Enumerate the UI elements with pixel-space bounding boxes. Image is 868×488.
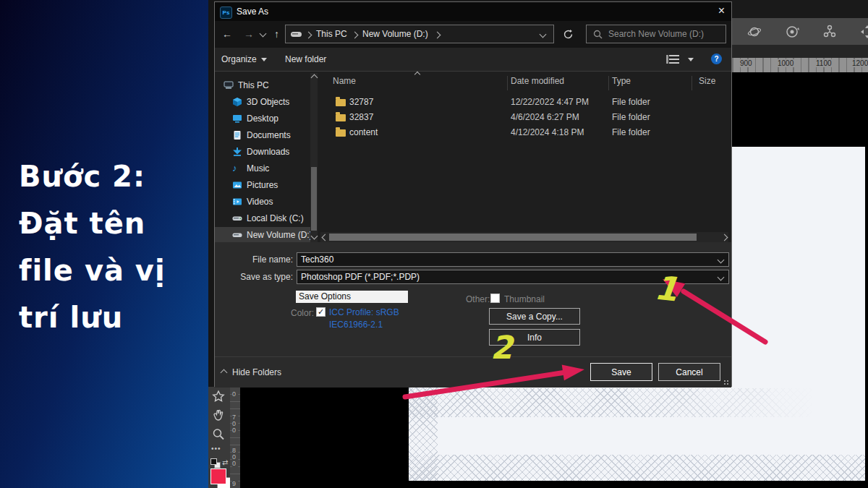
- sidebar-item-documents[interactable]: Documents: [215, 127, 310, 144]
- custom-shape-tool-icon[interactable]: [211, 390, 226, 404]
- sidebar-item-videos[interactable]: Videos: [215, 194, 310, 210]
- thumbnail-checkbox[interactable]: [490, 294, 500, 303]
- foreground-color-swatch[interactable]: [210, 468, 226, 484]
- cancel-button[interactable]: Cancel: [658, 363, 720, 381]
- dialog-titlebar[interactable]: Ps Save As ×: [215, 2, 731, 21]
- refresh-icon[interactable]: [563, 29, 574, 40]
- sidebar-item-new-volume-d[interactable]: New Volume (D:): [215, 227, 310, 244]
- address-bar[interactable]: This PC New Volume (D:): [285, 25, 554, 43]
- hide-folders-button[interactable]: Hide Folders: [232, 367, 281, 377]
- default-colors-icon[interactable]: [210, 458, 219, 467]
- forward-button[interactable]: →: [244, 28, 254, 40]
- file-type: File folder: [612, 97, 650, 107]
- sidebar-label: This PC: [238, 80, 269, 90]
- sidebar-label: Local Disk (C:): [247, 213, 304, 223]
- icc-profile-checkbox[interactable]: ✓: [316, 307, 326, 317]
- thumbnail-label: Thumbnail: [504, 294, 545, 304]
- breadcrumb-chevron-icon: [352, 32, 359, 39]
- file-type: File folder: [612, 127, 650, 137]
- ps-edge-sliver: [208, 0, 214, 387]
- step-line: file và vị: [19, 247, 166, 294]
- file-row[interactable]: 32787 12/22/2022 4:47 PM File folder: [319, 95, 733, 110]
- help-icon[interactable]: ?: [711, 53, 722, 64]
- roll-3d-icon[interactable]: [784, 24, 800, 40]
- column-header-name[interactable]: Name: [333, 76, 356, 86]
- transparency-hatch-top: [409, 388, 814, 417]
- breadcrumb-this-pc[interactable]: This PC: [316, 29, 347, 39]
- sidebar-item-this-pc[interactable]: This PC: [215, 77, 310, 94]
- drive-icon: [291, 31, 302, 38]
- combo-chevron-icon[interactable]: [718, 257, 725, 264]
- close-icon[interactable]: ×: [718, 4, 725, 17]
- ruler-tick-label: 700: [232, 414, 238, 434]
- file-date: 4/6/2024 6:27 PM: [511, 112, 579, 122]
- pan-3d-icon[interactable]: [822, 24, 838, 40]
- up-button[interactable]: ↑: [274, 28, 279, 40]
- new-folder-button[interactable]: New folder: [285, 54, 326, 64]
- file-row[interactable]: 32837 4/6/2024 6:27 PM File folder: [319, 110, 733, 125]
- annotation-number-1: 1: [652, 267, 679, 309]
- views-dropdown-icon[interactable]: [688, 58, 694, 61]
- scrollbar-thumb[interactable]: [311, 167, 317, 231]
- sidebar-item-music[interactable]: ♪ Music: [215, 160, 310, 177]
- hand-tool-icon[interactable]: [211, 408, 226, 423]
- save-button[interactable]: Save: [590, 363, 652, 381]
- resize-grip[interactable]: [723, 380, 729, 385]
- ruler-tick-label: 0: [232, 391, 238, 398]
- dialog-footer: Hide Folders Save Cancel: [215, 356, 731, 388]
- annotation-number-2: 2: [490, 329, 513, 366]
- zoom-tool-icon[interactable]: [211, 427, 226, 442]
- sidebar-item-pictures[interactable]: Pictures: [215, 177, 310, 194]
- column-header-date[interactable]: Date modified: [511, 76, 564, 86]
- swap-colors-icon[interactable]: ⇄: [222, 458, 228, 466]
- column-header-size[interactable]: Size: [699, 76, 715, 86]
- breadcrumb-new-volume[interactable]: New Volume (D:): [362, 29, 428, 39]
- scroll-up-icon[interactable]: [311, 74, 318, 82]
- folder-icon: [336, 99, 346, 106]
- scroll-left-icon[interactable]: [322, 234, 329, 241]
- column-headers: Name Date modified Type Size: [319, 74, 733, 90]
- file-name-input[interactable]: Tech360: [297, 252, 729, 267]
- ruler-tick-label: 1100: [814, 59, 833, 67]
- view-list-icon[interactable]: [669, 55, 679, 64]
- sidebar-label: Videos: [247, 197, 273, 207]
- address-dropdown-chevron-icon[interactable]: [540, 31, 547, 38]
- downloads-icon: [232, 147, 242, 157]
- orbit-3d-icon[interactable]: [746, 24, 762, 40]
- folder-icon: [336, 129, 346, 137]
- sidebar-label: Desktop: [247, 114, 278, 124]
- sidebar-label: 3D Objects: [247, 97, 289, 107]
- dolly-3d-icon[interactable]: [859, 24, 868, 40]
- step-line: Bước 2:: [19, 153, 166, 200]
- vertical-ruler: 0 700 800 9: [230, 387, 240, 488]
- sidebar-item-desktop[interactable]: Desktop: [215, 111, 310, 127]
- more-tools-icon[interactable]: •••: [211, 445, 226, 459]
- search-icon: [593, 30, 603, 39]
- sidebar-item-local-disk-c[interactable]: Local Disk (C:): [215, 210, 310, 227]
- sidebar-item-3d-objects[interactable]: 3D Objects: [215, 94, 310, 111]
- column-header-type[interactable]: Type: [612, 76, 631, 86]
- sidebar-item-downloads[interactable]: Downloads: [215, 144, 310, 160]
- scrollbar-thumb[interactable]: [329, 234, 697, 241]
- dialog-title: Save As: [237, 7, 268, 17]
- tutorial-step-text: Bước 2: Đặt tên file và vị trí lưu: [19, 153, 166, 341]
- navigation-bar: ← → ↑ This PC New Volume (D:) Search New…: [215, 21, 731, 48]
- search-box[interactable]: Search New Volume (D:): [586, 25, 726, 43]
- icc-profile-text2: IEC61966-2.1: [329, 320, 383, 330]
- combo-chevron-icon[interactable]: [718, 274, 725, 281]
- local-disk-icon: [232, 213, 242, 223]
- sidebar-scrollbar[interactable]: [310, 73, 318, 242]
- column-divider[interactable]: [507, 76, 508, 90]
- scroll-right-icon[interactable]: [721, 234, 728, 241]
- organize-button[interactable]: Organize: [221, 54, 257, 64]
- file-row[interactable]: content 4/12/2024 4:18 PM File folder: [319, 125, 733, 140]
- horizontal-scrollbar[interactable]: [320, 232, 728, 242]
- scroll-down-icon[interactable]: [311, 233, 318, 240]
- music-icon: ♪: [232, 163, 242, 174]
- column-divider[interactable]: [608, 76, 609, 90]
- recent-locations-chevron-icon[interactable]: [260, 30, 267, 38]
- save-a-copy-button[interactable]: Save a Copy...: [489, 308, 580, 325]
- back-button[interactable]: ←: [222, 28, 232, 40]
- column-divider[interactable]: [692, 76, 692, 90]
- 3d-objects-icon: [232, 97, 242, 107]
